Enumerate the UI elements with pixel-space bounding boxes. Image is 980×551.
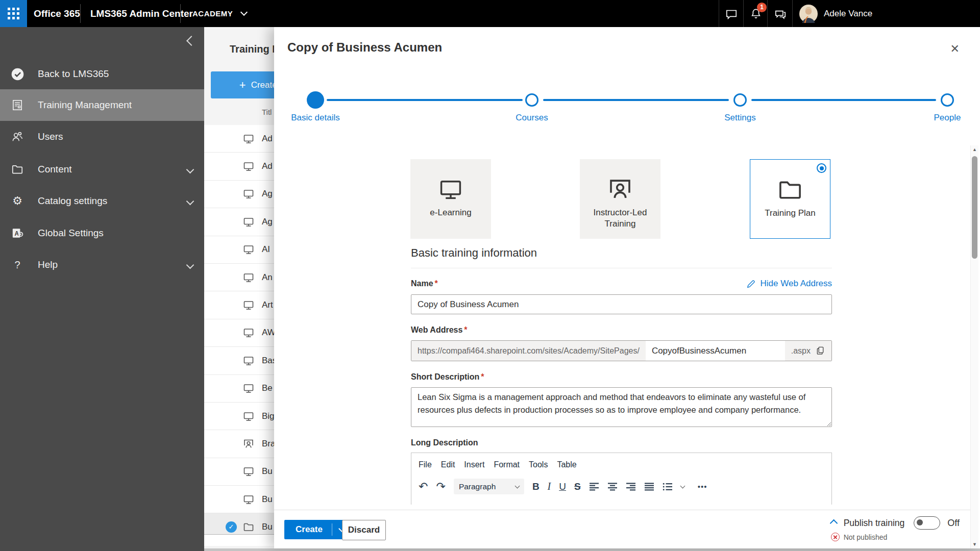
step-basic-details-circle[interactable] (307, 91, 324, 109)
editor-menu-file[interactable]: File (419, 460, 432, 469)
web-address-field-label: Web Address* (411, 325, 468, 335)
table-row[interactable]: An (204, 264, 274, 291)
bullet-list-button[interactable] (663, 483, 673, 491)
table-row[interactable]: Ad (204, 153, 274, 180)
discard-button[interactable]: Discard (342, 520, 386, 540)
copy-icon[interactable] (816, 346, 825, 356)
create-training-button[interactable]: + Create tra (211, 71, 274, 98)
document-list-icon (10, 98, 25, 112)
account-menu[interactable]: Adele Vance (792, 0, 980, 27)
sidebar-item-back-to-lms365[interactable]: Back to LMS365 (0, 58, 204, 90)
table-row[interactable]: Big (204, 403, 274, 430)
global-settings-icon (10, 227, 25, 240)
instructor-icon (606, 174, 634, 204)
sidebar-item-training-management[interactable]: Training Management (0, 89, 204, 121)
sidebar-item-label: Catalog settings (38, 195, 107, 207)
step-label-people[interactable]: People (896, 113, 980, 123)
table-row[interactable]: Ag (204, 208, 274, 236)
section-divider (411, 268, 832, 268)
type-card-instructor-led[interactable]: Instructor-Led Training (580, 159, 660, 239)
sidebar-item-users[interactable]: Users (0, 121, 204, 153)
row-title: Ag (262, 217, 273, 227)
align-left-button[interactable] (589, 483, 599, 491)
web-address-input-group: https://compafi464.sharepoint.com/sites/… (411, 340, 832, 361)
editor-menu-tools[interactable]: Tools (529, 460, 548, 469)
editor-menu-format[interactable]: Format (494, 460, 520, 469)
editor-menu-insert[interactable]: Insert (464, 460, 484, 469)
sidebar-item-label: Training Management (38, 99, 132, 111)
table-row[interactable]: Art (204, 291, 274, 319)
web-address-input[interactable] (646, 341, 785, 361)
name-input[interactable] (411, 294, 832, 314)
tenant-selector[interactable]: ACADEMY (192, 0, 247, 27)
pencil-icon (746, 279, 756, 289)
page-title: Training M (230, 43, 274, 55)
step-people-circle[interactable] (941, 93, 954, 107)
vertical-scrollbar[interactable]: ▲ ▼ (970, 145, 978, 548)
table-row[interactable]: AW (204, 319, 274, 347)
app-title[interactable]: LMS365 Admin Center (90, 0, 193, 27)
table-row[interactable]: Bu (204, 486, 274, 513)
hide-web-address-link[interactable]: Hide Web Address (746, 279, 832, 289)
table-row[interactable]: Bas (204, 347, 274, 374)
stepper-connector (751, 99, 936, 101)
underline-button[interactable]: U (559, 481, 566, 492)
aspx-extension: .aspx (791, 346, 811, 356)
step-label-courses[interactable]: Courses (481, 113, 583, 123)
app-launcher-waffle-icon[interactable] (0, 0, 27, 27)
step-label-settings[interactable]: Settings (689, 113, 791, 123)
sidebar-item-content[interactable]: Content (0, 154, 204, 185)
sidebar-item-help[interactable]: ? Help (0, 249, 204, 281)
undo-button[interactable]: ↶ (419, 481, 428, 492)
type-card-label: e-Learning (418, 207, 484, 218)
publish-toggle[interactable] (914, 516, 940, 530)
feedback-button[interactable] (767, 0, 793, 27)
feedback-chat-icon (774, 7, 787, 20)
notifications-button[interactable]: 1 (743, 0, 768, 27)
editor-menu-edit[interactable]: Edit (441, 460, 455, 469)
redo-button[interactable]: ↷ (436, 481, 445, 492)
list-options-chevron-icon[interactable] (681, 485, 684, 488)
sidebar-item-global-settings[interactable]: Global Settings (0, 217, 204, 249)
more-toolbar-button[interactable]: ••• (698, 482, 707, 491)
close-icon[interactable]: ✕ (950, 42, 960, 56)
toggle-knob (917, 519, 923, 525)
table-row[interactable]: Bu (204, 458, 274, 486)
table-row[interactable]: AI (204, 236, 274, 264)
step-label-basic-details[interactable]: Basic details (264, 113, 366, 123)
scrollbar-thumb[interactable] (972, 156, 977, 259)
product-title[interactable]: Office 365 (34, 0, 80, 27)
row-title: Bu (262, 522, 273, 532)
format-value: Paragraph (459, 482, 496, 491)
table-row[interactable]: Be (204, 375, 274, 403)
step-settings-circle[interactable] (733, 93, 747, 107)
scroll-up-arrow[interactable]: ▲ (971, 147, 978, 152)
paragraph-format-select[interactable]: Paragraph (454, 479, 524, 494)
italic-button[interactable]: I (548, 481, 551, 492)
chevron-up-icon[interactable] (831, 520, 837, 526)
editor-menu-table[interactable]: Table (557, 460, 576, 469)
section-heading: Basic training information (411, 246, 832, 260)
sidebar-item-catalog-settings[interactable]: ⚙ Catalog settings (0, 185, 204, 217)
table-row[interactable]: Bra (204, 430, 274, 458)
table-row[interactable]: Ad (204, 125, 274, 153)
create-training-label: Create tra (251, 80, 274, 90)
strikethrough-button[interactable]: S (574, 481, 581, 492)
align-right-button[interactable] (626, 483, 636, 491)
sidebar-collapse-button[interactable] (188, 37, 195, 46)
publish-section: Publish training Off Not published (831, 516, 960, 541)
chat-button[interactable] (719, 0, 744, 27)
create-button-label: Create (284, 524, 332, 535)
short-description-textarea[interactable]: Lean Six Sigma is a management approach … (411, 387, 832, 427)
sidebar-item-label: Back to LMS365 (38, 68, 109, 80)
table-row[interactable]: Ag (204, 181, 274, 208)
web-address-prefix: https://compafi464.sharepoint.com/sites/… (411, 341, 646, 361)
type-card-training-plan[interactable]: Training Plan (750, 159, 830, 239)
create-split-button[interactable]: Create (284, 520, 351, 539)
type-card-elearning[interactable]: e-Learning (410, 159, 491, 239)
step-courses-circle[interactable] (525, 93, 538, 107)
justify-button[interactable] (644, 483, 654, 491)
bold-button[interactable]: B (532, 481, 540, 492)
align-center-button[interactable] (607, 483, 618, 491)
scroll-down-arrow[interactable]: ▼ (971, 542, 978, 547)
